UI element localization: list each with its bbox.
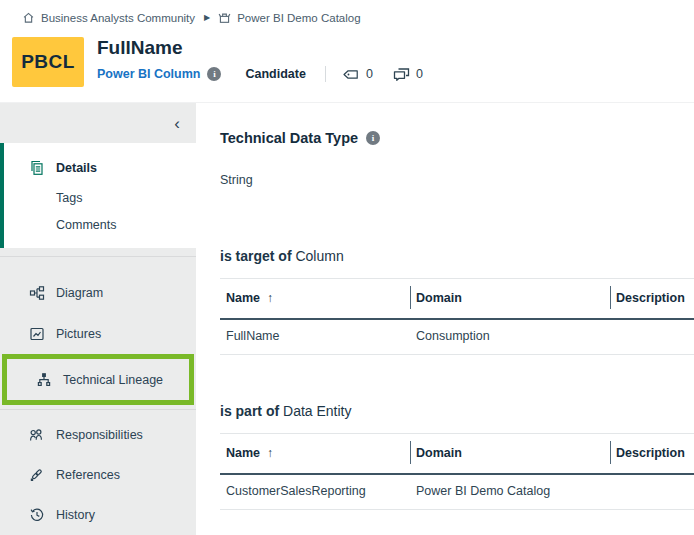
sidebar-group-misc: Responsibilities References [0, 410, 196, 535]
pictures-icon [28, 326, 45, 342]
tag-icon [342, 68, 360, 81]
diagram-icon [28, 285, 45, 301]
sidebar-item-responsibilities[interactable]: Responsibilities [0, 415, 196, 455]
responsibilities-icon [28, 427, 45, 443]
sidebar-item-diagram[interactable]: Diagram [0, 272, 196, 313]
cell-name[interactable]: FullName [220, 319, 410, 355]
meta-divider [325, 66, 326, 82]
sidebar-item-history[interactable]: History [0, 495, 196, 535]
sidebar-group-details: Details Tags Comments [0, 143, 196, 248]
sidebar-item-label: History [56, 508, 95, 522]
attribute-value: String [220, 173, 694, 187]
column-header-domain[interactable]: Domain [410, 279, 610, 320]
table-header-row: Name↑ Domain Description [220, 279, 694, 320]
sidebar-item-label: Comments [56, 218, 116, 232]
tags-count-button[interactable]: 0 [342, 67, 373, 81]
breadcrumb-separator-icon: ▶ [204, 13, 210, 22]
page-title: FullName [97, 36, 423, 60]
domain-icon [218, 11, 231, 24]
relation-table: Name↑ Domain Description FullName Consum… [220, 278, 694, 355]
attribute-label: Technical Data Type [220, 130, 358, 146]
breadcrumb-community[interactable]: Business Analysts Community [22, 11, 195, 24]
relation-label: is target of [220, 248, 292, 264]
sidebar-item-label: References [56, 468, 120, 482]
comment-count: 0 [416, 67, 423, 81]
sidebar-item-comments[interactable]: Comments [4, 211, 196, 238]
breadcrumb-catalog[interactable]: Power BI Demo Catalog [218, 11, 360, 24]
table-row: FullName Consumption [220, 319, 694, 355]
breadcrumb-catalog-label: Power BI Demo Catalog [237, 12, 360, 24]
sidebar-item-tags[interactable]: Tags [4, 184, 196, 211]
relation-target-type: Column [295, 248, 343, 264]
sidebar-collapse-row: ‹ [0, 103, 196, 143]
asset-page: Business Analysts Community ▶ Power BI D… [0, 0, 694, 535]
column-header-description[interactable]: Description [610, 434, 694, 475]
sidebar-group-visuals: Diagram Pictures [0, 257, 196, 405]
cell-description [610, 319, 694, 355]
status-badge[interactable]: Candidate [245, 67, 305, 81]
sidebar-item-label: Diagram [56, 286, 103, 300]
cell-domain[interactable]: Consumption [410, 319, 610, 355]
sidebar-item-label: Details [56, 161, 97, 175]
references-icon [28, 467, 45, 483]
asset-header: PBCL FullName Power BI Column i Candidat… [0, 35, 694, 103]
sort-ascending-icon: ↑ [267, 291, 273, 305]
sidebar-item-details[interactable]: Details [4, 152, 196, 184]
sidebar-item-label: Responsibilities [56, 428, 143, 442]
relation-target-type: Data Entity [283, 403, 351, 419]
column-header-name[interactable]: Name↑ [220, 279, 410, 320]
sidebar: ‹ Details Tags Co [0, 103, 196, 535]
asset-type-badge: PBCL [12, 37, 84, 87]
relation-label: is part of [220, 403, 279, 419]
sort-ascending-icon: ↑ [267, 446, 273, 460]
asset-type-link[interactable]: Power BI Column [97, 67, 200, 81]
info-icon[interactable]: i [207, 67, 221, 81]
relation-table: Name↑ Domain Description CustomerSalesRe… [220, 433, 694, 510]
cell-name[interactable]: CustomerSalesReporting [220, 474, 410, 510]
tag-count: 0 [366, 67, 373, 81]
column-header-name[interactable]: Name↑ [220, 434, 410, 475]
sidebar-item-references[interactable]: References [0, 455, 196, 495]
technical-lineage-icon [35, 372, 52, 388]
sidebar-item-label: Technical Lineage [63, 373, 163, 387]
asset-meta-row: Power BI Column i Candidate 0 [97, 66, 423, 82]
history-icon [28, 507, 45, 523]
sidebar-item-pictures[interactable]: Pictures [0, 313, 196, 354]
relation-section-title: is part of Data Entity [220, 403, 694, 419]
community-icon [22, 11, 35, 24]
table-row: CustomerSalesReporting Power BI Demo Cat… [220, 474, 694, 510]
main-content: Technical Data Type i String is target o… [196, 103, 694, 535]
relation-section-title: is target of Column [220, 248, 694, 264]
info-icon[interactable]: i [366, 131, 380, 145]
attribute-heading: Technical Data Type i [220, 130, 694, 146]
annotation-highlight-box: Technical Lineage [2, 354, 194, 405]
breadcrumb-community-label: Business Analysts Community [41, 12, 195, 24]
details-icon [28, 160, 45, 176]
comments-count-button[interactable]: 0 [393, 67, 423, 82]
title-block: FullName Power BI Column i Candidate 0 [97, 35, 423, 82]
sidebar-collapse-button[interactable]: ‹ [174, 115, 180, 132]
cell-description [610, 474, 694, 510]
sidebar-item-technical-lineage[interactable]: Technical Lineage [7, 359, 189, 400]
sidebar-item-label: Pictures [56, 327, 101, 341]
comments-icon [393, 67, 410, 82]
column-header-description[interactable]: Description [610, 279, 694, 320]
column-header-domain[interactable]: Domain [410, 434, 610, 475]
table-header-row: Name↑ Domain Description [220, 434, 694, 475]
breadcrumb: Business Analysts Community ▶ Power BI D… [0, 0, 694, 35]
cell-domain[interactable]: Power BI Demo Catalog [410, 474, 610, 510]
sidebar-item-label: Tags [56, 191, 82, 205]
